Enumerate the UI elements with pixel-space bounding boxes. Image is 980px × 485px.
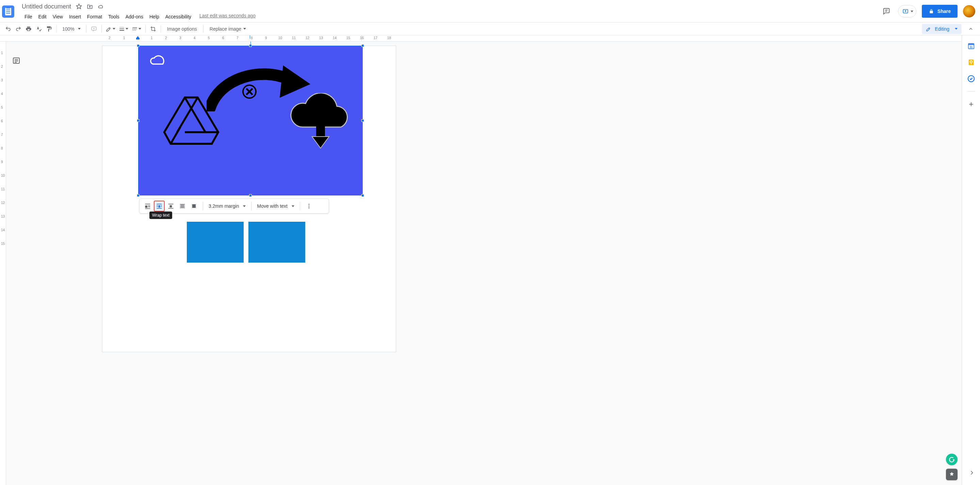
menu-addons[interactable]: Add-ons: [123, 13, 146, 21]
hruler-num: 7: [237, 36, 239, 40]
horizontal-ruler[interactable]: 2 1 1 2 3 4 5 6 7 8 9 10 11 12 13 14 15 …: [0, 35, 962, 41]
print-button[interactable]: [24, 24, 33, 34]
page[interactable]: 3.2mm margin Move with text Wrap text: [102, 46, 396, 352]
menu-help[interactable]: Help: [147, 13, 162, 21]
account-avatar[interactable]: [963, 5, 975, 18]
star-icon[interactable]: [76, 3, 82, 10]
menu-accessibility[interactable]: Accessibility: [163, 13, 194, 21]
replace-image-button[interactable]: Replace image: [206, 24, 250, 34]
svg-rect-49: [169, 208, 173, 209]
border-color-button[interactable]: [105, 24, 117, 34]
resize-handle-w[interactable]: [137, 119, 140, 122]
svg-rect-35: [145, 204, 150, 204]
move-icon[interactable]: [87, 3, 93, 10]
menu-edit[interactable]: Edit: [36, 13, 49, 21]
svg-rect-8: [119, 28, 124, 29]
vertical-ruler[interactable]: 1 2 3 4 5 6 7 8 9 10 11 12 13 14 15: [0, 41, 6, 485]
spellcheck-button[interactable]: [34, 24, 43, 34]
paint-format-button[interactable]: [44, 24, 54, 34]
hruler-num: 1: [123, 36, 125, 40]
present-button[interactable]: [898, 5, 916, 18]
collapse-side-panel-button[interactable]: [969, 469, 975, 477]
document-title[interactable]: Untitled document: [22, 3, 71, 10]
svg-rect-37: [148, 205, 150, 206]
crop-button[interactable]: [148, 24, 158, 34]
rotate-line: [250, 41, 251, 45]
mode-dropdown[interactable]: Editing: [922, 24, 962, 34]
menu-file[interactable]: File: [22, 13, 35, 21]
keep-addon-icon[interactable]: [967, 59, 975, 66]
explore-button[interactable]: [946, 469, 958, 480]
document-outline-button[interactable]: [12, 57, 21, 65]
svg-rect-38: [148, 207, 150, 207]
wrap-inline-button[interactable]: [142, 201, 153, 212]
get-addons-button[interactable]: [967, 101, 975, 108]
tasks-addon-icon[interactable]: [967, 75, 975, 83]
calendar-addon-icon[interactable]: 31: [967, 42, 975, 50]
svg-rect-17: [135, 30, 136, 31]
svg-rect-39: [145, 209, 150, 209]
hruler-num: 2: [108, 36, 111, 40]
margin-dropdown[interactable]: 3.2mm margin: [207, 203, 248, 209]
tooltip: Wrap text: [150, 212, 172, 219]
hruler-num: 8: [251, 36, 253, 40]
svg-rect-62: [968, 44, 974, 45]
menu-insert[interactable]: Insert: [66, 13, 84, 21]
wrap-text-button[interactable]: [154, 201, 165, 212]
image-options-button[interactable]: Image options: [164, 24, 200, 34]
svg-rect-52: [180, 206, 185, 206]
menu-tools[interactable]: Tools: [105, 13, 122, 21]
resize-handle-ne[interactable]: [361, 44, 364, 47]
resize-handle-n[interactable]: [249, 44, 252, 47]
resize-handle-e[interactable]: [361, 119, 364, 122]
share-label: Share: [937, 8, 951, 14]
menu-format[interactable]: Format: [84, 13, 105, 21]
hruler-num: 2: [165, 36, 167, 40]
inline-image[interactable]: [248, 222, 305, 263]
docs-logo[interactable]: [2, 3, 14, 20]
hide-menus-button[interactable]: [965, 24, 977, 34]
svg-marker-0: [76, 4, 82, 9]
resize-handle-nw[interactable]: [137, 44, 140, 47]
open-comments-button[interactable]: [880, 5, 892, 18]
hruler-num: 18: [387, 36, 391, 40]
svg-rect-41: [159, 205, 160, 208]
svg-text:31: 31: [969, 46, 973, 49]
header-right: Share: [880, 5, 975, 18]
hruler-num: 11: [292, 36, 296, 40]
resize-handle-sw[interactable]: [137, 194, 140, 197]
svg-rect-46: [157, 208, 162, 209]
svg-rect-57: [192, 204, 196, 208]
share-button[interactable]: Share: [922, 5, 958, 18]
border-weight-button[interactable]: [118, 24, 130, 34]
document-scroll[interactable]: 1 2 3 4 5 6 7 8 9 10 11 12 13 14 15: [0, 41, 962, 485]
undo-button[interactable]: [3, 24, 13, 34]
inline-image[interactable]: [187, 222, 243, 263]
selected-image[interactable]: [138, 46, 363, 195]
svg-rect-40: [157, 204, 162, 204]
add-comment-button[interactable]: [89, 24, 99, 34]
wrap-front-button[interactable]: [189, 201, 199, 212]
zoom-dropdown[interactable]: 100%: [60, 26, 83, 32]
hruler-num: 5: [208, 36, 210, 40]
resize-handle-se[interactable]: [361, 194, 364, 197]
grammarly-button[interactable]: [946, 454, 958, 465]
cloud-status-icon[interactable]: [98, 3, 104, 10]
menu-view[interactable]: View: [50, 13, 66, 21]
menubar: File Edit View Insert Format Tools Add-o…: [22, 13, 256, 21]
wrap-behind-button[interactable]: [177, 201, 188, 212]
position-dropdown[interactable]: Move with text: [255, 203, 296, 209]
wrap-break-button[interactable]: [165, 201, 176, 212]
more-options-button[interactable]: [304, 201, 314, 212]
svg-rect-7: [119, 27, 124, 27]
svg-marker-34: [312, 137, 329, 148]
redo-button[interactable]: [14, 24, 23, 34]
hruler-num: 13: [319, 36, 323, 40]
main-area: 2 1 1 2 3 4 5 6 7 8 9 10 11 12 13 14 15 …: [0, 35, 980, 485]
svg-rect-66: [971, 63, 972, 64]
indent-marker[interactable]: [135, 35, 140, 41]
resize-handle-s[interactable]: [249, 194, 252, 197]
last-edit-link[interactable]: Last edit was seconds ago: [199, 13, 256, 21]
border-dash-button[interactable]: [130, 24, 143, 34]
hruler-num: 17: [374, 36, 377, 40]
